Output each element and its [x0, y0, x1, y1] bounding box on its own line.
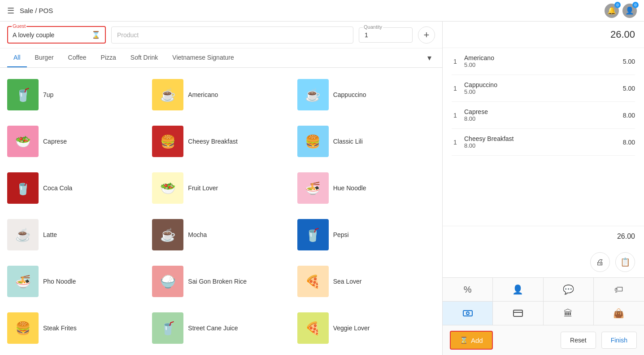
customer-button[interactable]: 👤: [493, 278, 543, 301]
product-name: Classic Lili: [333, 138, 363, 145]
bottom-actions: ⌛ Add Reset Finish: [443, 325, 644, 355]
tag-button[interactable]: 🏷: [594, 278, 644, 301]
top-bar: ☰ Sale / POS 🔔 0 👤 0: [0, 0, 644, 22]
svg-rect-0: [463, 311, 472, 316]
tab-pizza[interactable]: Pizza: [95, 48, 122, 67]
right-panel: 26.00 1 Americano 5.00 5.00 1 Cappuccino…: [442, 22, 644, 355]
product-card[interactable]: 🥤Street Cane Juice: [148, 305, 293, 351]
discount-button[interactable]: %: [443, 278, 493, 301]
product-image: 🍔: [152, 126, 183, 157]
cash-payment-button[interactable]: [443, 302, 493, 325]
left-panel: Guest A lovely couple ⌛ Product Quantity…: [0, 22, 442, 355]
product-card[interactable]: ☕Americano: [148, 71, 293, 118]
product-name: Fruit Lover: [188, 184, 218, 192]
tab-coffee[interactable]: Coffee: [62, 48, 93, 67]
product-name: Sai Gon Broken Rice: [188, 278, 247, 285]
notification-bell[interactable]: 🔔 0: [605, 4, 619, 18]
product-card[interactable]: 🥤7up: [4, 71, 148, 118]
product-card[interactable]: 🥤Pepsi: [294, 211, 439, 258]
product-card[interactable]: 🍕Veggie Lover: [294, 305, 439, 351]
order-item-name: Cappuccino: [464, 81, 618, 88]
order-item-qty: 1: [452, 112, 459, 119]
product-card[interactable]: 🍔Classic Lili: [294, 118, 439, 165]
quantity-value: 1: [365, 30, 407, 40]
product-name: Pepsi: [333, 231, 349, 238]
product-image: 🍜: [297, 172, 329, 204]
product-image: 🥤: [297, 219, 329, 250]
product-image: 🥤: [7, 172, 39, 204]
product-name: Pho Noodle: [43, 278, 76, 285]
notification-badge: 0: [614, 2, 621, 8]
order-item-info: Cheesy Breakfast 8.00: [464, 135, 618, 149]
product-card[interactable]: 🍔Cheesy Breakfast: [148, 118, 293, 165]
product-image: ☕: [297, 79, 329, 110]
product-name: 7up: [43, 91, 53, 98]
main-layout: Guest A lovely couple ⌛ Product Quantity…: [0, 22, 644, 355]
product-image: 🥗: [152, 172, 183, 204]
add-order-button[interactable]: ⌛ Add: [450, 331, 493, 350]
finish-button[interactable]: Finish: [601, 332, 637, 349]
order-item-qty: 1: [452, 58, 459, 65]
order-item-total: 5.00: [623, 58, 635, 65]
order-item-unit-price: 8.00: [464, 115, 618, 122]
product-image: ☕: [152, 219, 183, 250]
action-buttons: 🖨 📋: [443, 247, 644, 277]
note-button[interactable]: 💬: [544, 278, 594, 301]
order-item-total: 5.00: [623, 85, 635, 92]
tab-soft-drink[interactable]: Soft Drink: [124, 48, 164, 67]
product-image: 🍕: [297, 266, 329, 297]
guest-field[interactable]: Guest A lovely couple ⌛: [7, 26, 106, 44]
order-item: 1 Caprese 8.00 8.00: [452, 102, 635, 129]
card-payment-button[interactable]: [493, 302, 543, 325]
order-item-total: 8.00: [623, 139, 635, 146]
product-name: Cappuccino: [333, 91, 366, 98]
product-name: Mocha: [188, 231, 207, 238]
order-item-name: Caprese: [464, 108, 618, 115]
product-name: Americano: [188, 91, 218, 98]
quantity-label: Quantity: [363, 24, 383, 30]
reset-button[interactable]: Reset: [561, 332, 596, 349]
product-name: Caprese: [43, 138, 67, 145]
view-receipt-button[interactable]: 📋: [615, 252, 635, 272]
product-card[interactable]: 🍔Steak Frites: [4, 305, 148, 351]
product-card[interactable]: 🥗Caprese: [4, 118, 148, 165]
tab-all[interactable]: All: [7, 48, 27, 67]
controls-row: Guest A lovely couple ⌛ Product Quantity…: [0, 22, 442, 48]
product-name: Latte: [43, 231, 57, 238]
avatar-badge: 0: [632, 2, 639, 8]
order-item: 1 Cheesy Breakfast 8.00 8.00: [452, 129, 635, 156]
menu-icon[interactable]: ☰: [7, 6, 14, 16]
product-name: Coca Cola: [43, 184, 72, 192]
product-card[interactable]: 🍜Hue Noodle: [294, 165, 439, 211]
order-item-name: Americano: [464, 54, 618, 61]
product-card[interactable]: ☕Latte: [4, 211, 148, 258]
product-card[interactable]: ☕Mocha: [148, 211, 293, 258]
order-item-info: Cappuccino 5.00: [464, 81, 618, 95]
tab-vietnamese[interactable]: Vietnamese Signature: [166, 48, 240, 67]
product-card[interactable]: 🥤Coca Cola: [4, 165, 148, 211]
product-image: 🥤: [152, 312, 183, 344]
product-image: 🥤: [7, 79, 39, 110]
product-field[interactable]: Product: [111, 26, 353, 44]
top-bar-icons: 🔔 0 👤 0: [605, 4, 637, 18]
wallet-payment-button[interactable]: 👜: [594, 302, 644, 325]
guest-label: Guest: [12, 23, 26, 29]
order-item-unit-price: 8.00: [464, 142, 618, 149]
product-card[interactable]: 🍜Pho Noodle: [4, 258, 148, 305]
quantity-field[interactable]: Quantity 1: [359, 27, 413, 43]
tab-burger[interactable]: Burger: [29, 48, 60, 67]
product-card[interactable]: ☕Cappuccino: [294, 71, 439, 118]
product-image: ☕: [152, 79, 183, 110]
product-card[interactable]: 🍚Sai Gon Broken Rice: [148, 258, 293, 305]
payment-icons-row: % 👤 💬 🏷: [443, 278, 644, 302]
print-receipt-button[interactable]: 🖨: [590, 252, 610, 272]
product-card[interactable]: 🥗Fruit Lover: [148, 165, 293, 211]
bank-payment-button[interactable]: 🏛: [544, 302, 594, 325]
order-item-info: Americano 5.00: [464, 54, 618, 68]
product-card[interactable]: 🍕Sea Lover: [294, 258, 439, 305]
product-image: ☕: [7, 219, 39, 250]
tab-dropdown-icon[interactable]: ▾: [424, 49, 435, 66]
order-subtotal-value: 26.00: [617, 232, 635, 240]
user-avatar[interactable]: 👤 0: [622, 4, 637, 18]
add-button[interactable]: +: [418, 26, 435, 44]
